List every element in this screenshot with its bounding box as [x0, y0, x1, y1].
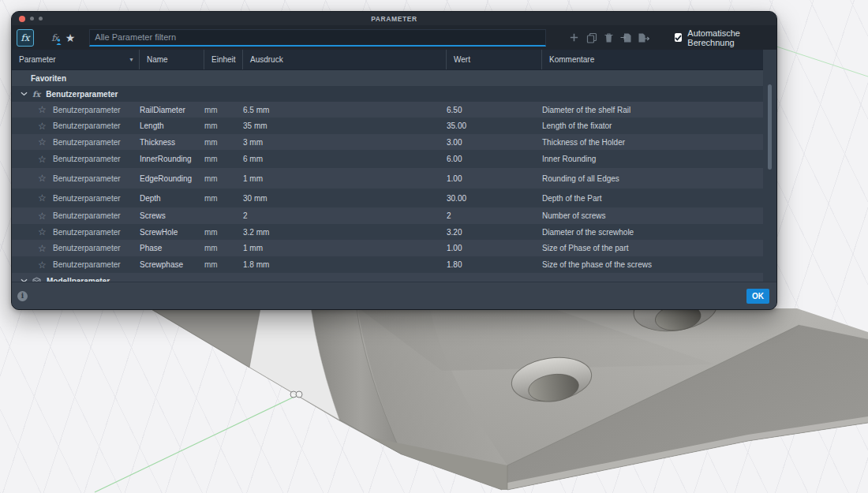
cell-parameter: Benutzerparameter — [53, 244, 140, 252]
cell-einheit: mm — [204, 244, 243, 252]
cell-kommentar[interactable]: Diameter of the screwhole — [542, 228, 763, 237]
cell-kommentar[interactable]: Depth of the Part — [542, 194, 763, 203]
table-row[interactable]: ☆BenutzerparameterRailDiametermm6.5 mm6.… — [12, 102, 763, 118]
cell-ausdruck[interactable]: 30 mm — [243, 194, 447, 203]
cell-wert: 1.00 — [447, 174, 542, 183]
cell-name[interactable]: InnerRounding — [140, 155, 204, 163]
parameter-dialog: PARAMETER fx fx ★ — [11, 11, 777, 310]
favorite-star-icon[interactable]: ☆ — [38, 173, 47, 184]
info-icon[interactable]: i — [17, 291, 28, 301]
parameter-filter-input[interactable] — [89, 29, 546, 47]
cell-ausdruck[interactable]: 2 — [243, 211, 447, 220]
dialog-titlebar[interactable]: PARAMETER — [12, 12, 776, 25]
table-row[interactable]: ☆BenutzerparameterEdgeRoundingmm1 mm1.00… — [12, 168, 763, 189]
favorite-star-icon[interactable]: ☆ — [38, 260, 47, 271]
all-parameters-fx-filter-button[interactable]: fx — [17, 29, 34, 47]
table-row[interactable]: ☆BenutzerparameterScrewphasemm1.8 mm1.80… — [12, 256, 763, 273]
favorites-filter-button[interactable]: ★ — [65, 32, 76, 44]
cube-icon — [32, 277, 41, 282]
cell-name[interactable]: Thickness — [140, 138, 204, 147]
cell-ausdruck[interactable]: 3 mm — [243, 138, 447, 147]
export-parameters-button[interactable] — [638, 32, 649, 43]
cell-wert: 2 — [447, 211, 542, 220]
table-row[interactable]: ☆BenutzerparameterScrews22Number of scre… — [12, 207, 763, 224]
chevron-down-icon[interactable] — [21, 92, 28, 96]
table-row[interactable]: ☆BenutzerparameterThicknessmm3 mm3.00Thi… — [12, 134, 763, 150]
cell-kommentar[interactable]: Diameter of the shelf Rail — [542, 106, 763, 114]
favorite-star-icon[interactable]: ☆ — [38, 226, 47, 237]
group-row-benutzerparameter[interactable]: fxBenutzerparameter — [12, 86, 763, 102]
cell-ausdruck[interactable]: 1.8 mm — [243, 260, 447, 269]
cell-kommentar[interactable]: Thickness of the Holder — [542, 138, 763, 147]
group-label: Modellparameter — [47, 277, 110, 282]
cell-kommentar[interactable]: Rounding of all Edges — [542, 174, 763, 183]
add-parameter-button[interactable] — [568, 32, 580, 43]
cell-kommentar[interactable]: Inner Rounding — [542, 155, 763, 163]
cell-name[interactable]: Length — [140, 121, 204, 130]
cell-einheit: mm — [204, 174, 243, 183]
cell-name[interactable]: RailDiameter — [140, 106, 204, 114]
cell-name[interactable]: Screws — [140, 211, 204, 220]
cell-wert: 6.50 — [447, 106, 542, 114]
table-scrollbar[interactable] — [768, 73, 772, 292]
cell-ausdruck[interactable]: 1 mm — [243, 174, 447, 183]
copy-parameter-button[interactable] — [586, 32, 597, 43]
cell-parameter: Benutzerparameter — [53, 106, 140, 114]
cell-einheit: mm — [204, 106, 243, 114]
cell-kommentar[interactable]: Size of the phase of the screws — [542, 260, 763, 269]
table-row[interactable]: ☆BenutzerparameterPhasemm1 mm1.00Size of… — [12, 240, 763, 256]
cell-parameter: Benutzerparameter — [53, 174, 140, 183]
table-row[interactable]: ☆BenutzerparameterLengthmm35 mm35.00Leng… — [12, 118, 763, 134]
import-parameters-button[interactable] — [620, 32, 632, 43]
cell-name[interactable]: Screwphase — [140, 260, 204, 269]
cell-einheit: mm — [204, 155, 243, 163]
auto-compute-label: Automatische Berechnung — [687, 28, 770, 47]
cell-name[interactable]: Depth — [140, 194, 204, 203]
cell-name[interactable]: Phase — [140, 244, 204, 252]
cell-kommentar[interactable]: Number of screws — [542, 211, 763, 220]
table-row[interactable]: ☆BenutzerparameterDepthmm30 mm30.00Depth… — [12, 189, 763, 207]
cell-wert: 1.80 — [447, 260, 542, 269]
cell-wert: 1.00 — [447, 244, 542, 252]
cell-kommentar[interactable]: Size of Phase of the part — [542, 244, 763, 252]
scrollbar-thumb[interactable] — [768, 84, 772, 170]
cad-part — [150, 282, 868, 490]
column-header-kommentare: Kommentare — [542, 50, 763, 69]
cell-ausdruck[interactable]: 6 mm — [243, 155, 447, 163]
delete-parameter-button[interactable] — [603, 32, 615, 43]
cell-name[interactable]: ScrewHole — [140, 228, 204, 237]
favorite-star-icon[interactable]: ☆ — [38, 192, 47, 204]
cell-ausdruck[interactable]: 35 mm — [243, 121, 447, 130]
dialog-title: PARAMETER — [12, 15, 776, 23]
favorite-star-icon[interactable]: ☆ — [38, 154, 47, 165]
favorite-star-icon[interactable]: ☆ — [38, 243, 47, 254]
favorite-star-icon[interactable]: ☆ — [38, 136, 47, 148]
column-header-name: Name — [140, 50, 204, 69]
dialog-toolbar: fx fx ★ — [12, 25, 776, 50]
origin-marker[interactable] — [290, 391, 302, 398]
group-row-favoriten[interactable]: Favoriten — [12, 70, 763, 86]
favorite-star-icon[interactable]: ☆ — [38, 211, 47, 222]
favorite-star-icon[interactable]: ☆ — [38, 121, 47, 132]
chevron-down-icon[interactable] — [21, 278, 28, 282]
column-header-parameter[interactable]: Parameter ▼ — [12, 50, 140, 69]
table-row[interactable]: ☆BenutzerparameterScrewHolemm3.2 mm3.20D… — [12, 224, 763, 240]
cell-wert: 35.00 — [447, 121, 542, 130]
cell-kommentar[interactable]: Length of the fixator — [542, 121, 763, 130]
table-header: Parameter ▼ Name Einheit Ausdruck Wert K… — [12, 50, 763, 70]
table-row[interactable]: ☆BenutzerparameterInnerRoundingmm6 mm6.0… — [12, 150, 763, 168]
favorite-star-icon[interactable]: ☆ — [38, 104, 47, 115]
cell-ausdruck[interactable]: 3.2 mm — [243, 228, 447, 237]
cell-name[interactable]: EdgeRounding — [140, 174, 204, 183]
cell-wert: 30.00 — [447, 194, 542, 203]
cell-einheit: mm — [204, 228, 243, 237]
cell-ausdruck[interactable]: 6.5 mm — [243, 106, 447, 114]
group-row-modellparameter[interactable]: Modellparameter — [12, 273, 763, 282]
cell-einheit: mm — [204, 260, 243, 269]
auto-compute-checkbox[interactable] — [675, 33, 682, 42]
ok-button[interactable]: OK — [746, 289, 769, 304]
column-header-wert: Wert — [447, 50, 542, 69]
user-parameters-fx-filter-button[interactable]: fx — [48, 29, 62, 47]
cell-ausdruck[interactable]: 1 mm — [243, 244, 447, 252]
group-label: Benutzerparameter — [46, 90, 118, 99]
